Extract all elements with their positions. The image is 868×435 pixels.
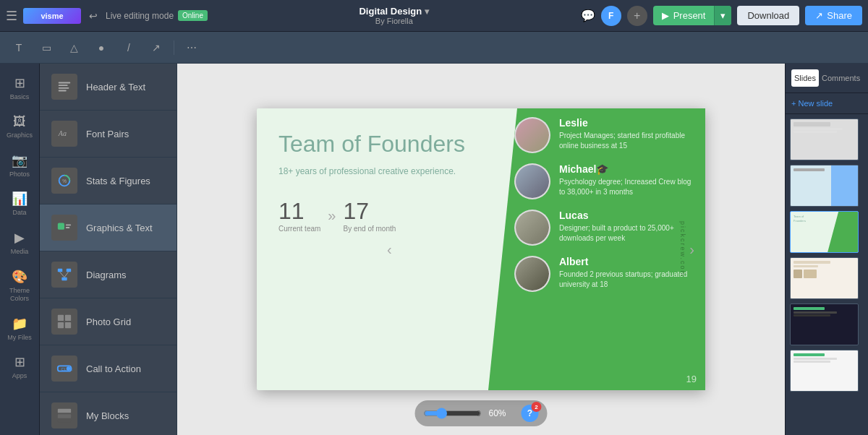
more-tools-button[interactable]: ⋯ xyxy=(182,38,202,58)
text-tool[interactable]: T xyxy=(9,38,29,58)
stat-2: 17 By end of month xyxy=(343,198,396,233)
rectangle-tool[interactable]: ▭ xyxy=(36,38,56,58)
editing-mode-indicator: Live editing mode Online xyxy=(106,10,208,21)
watermark: pickcrew.com xyxy=(679,221,686,277)
svg-text:Aa: Aa xyxy=(58,129,67,137)
person-avatar-leslie xyxy=(514,117,550,153)
slide-thumb-img-17 xyxy=(790,119,859,160)
svg-rect-18 xyxy=(65,322,71,328)
topbar: ☰ visme ↩ Live editing mode Online Digit… xyxy=(0,0,868,32)
zoom-slider[interactable] xyxy=(424,408,482,419)
slide-canvas[interactable]: Team of Founders 18+ years of profession… xyxy=(257,108,705,390)
graphics-icon: 🖼 xyxy=(13,114,26,129)
editing-mode-label: Live editing mode xyxy=(106,11,174,21)
present-dropdown-arrow[interactable]: ▾ xyxy=(714,6,731,25)
new-slide-button[interactable]: + New slide xyxy=(786,93,868,114)
svg-rect-17 xyxy=(58,322,64,328)
panel-item-photo-grid[interactable]: Photo Grid xyxy=(40,298,176,345)
prev-slide-arrow[interactable]: ‹ xyxy=(387,241,392,258)
sidebar-item-data[interactable]: 📊 Data xyxy=(1,185,38,223)
slide-thumb-img-20 xyxy=(790,257,859,299)
help-button[interactable]: ? 2 xyxy=(522,405,539,422)
svg-line-13 xyxy=(60,272,64,277)
canvas-area[interactable]: ‹ Team of Founders 18+ years of professi… xyxy=(177,64,785,435)
content-panel: Header & Text Aa Font Pairs % Stats & Fi… xyxy=(40,64,177,435)
my-files-icon: 📁 xyxy=(12,316,27,332)
sidebar-item-my-files[interactable]: 📁 My Files xyxy=(1,310,38,348)
logo: visme xyxy=(23,8,81,24)
circle-tool[interactable]: ● xyxy=(91,38,111,58)
person-row-lucas: Lucas Designer; built a product to 25,00… xyxy=(514,210,694,246)
sidebar-label-photos: Photos xyxy=(9,171,30,178)
slide-thumb-21[interactable]: 21 xyxy=(790,303,864,345)
panel-item-my-blocks[interactable]: My Blocks xyxy=(40,392,176,435)
slide-thumb-20[interactable]: 20 xyxy=(790,257,864,299)
panel-item-font-pairs[interactable]: Aa Font Pairs xyxy=(40,111,176,158)
comment-icon[interactable]: 💬 xyxy=(581,9,595,22)
slide-right-content: Leslie Project Manages; started first pr… xyxy=(488,108,705,390)
sidebar-label-basics: Basics xyxy=(10,93,30,101)
triangle-tool[interactable]: △ xyxy=(64,38,84,58)
stat-1-label: Current team xyxy=(278,225,320,233)
arrow-tool[interactable]: ↗ xyxy=(146,38,166,58)
tab-slides[interactable]: Slides xyxy=(791,69,819,87)
svg-rect-2 xyxy=(59,87,69,89)
person-row-leslie: Leslie Project Manages; started first pr… xyxy=(514,117,694,153)
avatar[interactable]: F xyxy=(601,6,621,26)
svg-rect-8 xyxy=(66,224,71,225)
svg-rect-0 xyxy=(59,82,71,84)
panel-label-header-text: Header & Text xyxy=(86,82,145,92)
sidebar-item-theme-colors[interactable]: 🎨 Theme Colors xyxy=(1,263,38,309)
svg-rect-10 xyxy=(58,269,62,272)
project-title[interactable]: Digital Design ▾ xyxy=(359,6,429,17)
person-desc-michael: Psychology degree; Increased Crew blog t… xyxy=(559,177,694,197)
svg-line-14 xyxy=(64,272,69,277)
share-button[interactable]: ↗ Share xyxy=(805,6,862,25)
panel-item-stats-figures[interactable]: % Stats & Figures xyxy=(40,158,176,204)
sidebar-label-media: Media xyxy=(11,248,29,256)
slide-thumb-18[interactable]: 18 xyxy=(790,165,864,207)
line-tool[interactable]: / xyxy=(119,38,139,58)
add-collaborator-button[interactable]: + xyxy=(627,6,647,26)
sidebar-item-photos[interactable]: 📷 Photos xyxy=(1,147,38,184)
svg-rect-23 xyxy=(58,414,71,418)
project-subtitle: By Fiorella xyxy=(375,17,413,25)
slide-thumb-img-21 xyxy=(790,303,859,345)
apps-icon: ⊞ xyxy=(14,354,25,370)
svg-rect-22 xyxy=(58,409,71,413)
present-button[interactable]: ▶ Present ▾ xyxy=(653,6,732,25)
notification-badge: 2 xyxy=(532,402,542,412)
menu-icon[interactable]: ☰ xyxy=(6,8,17,24)
undo-button[interactable]: ↩ xyxy=(87,8,100,24)
stats-figures-icon: % xyxy=(51,168,77,194)
panel-item-graphics-text[interactable]: Graphics & Text xyxy=(40,204,176,251)
person-avatar-lucas xyxy=(514,210,550,246)
svg-rect-24 xyxy=(58,420,71,423)
media-icon: ▶ xyxy=(14,230,25,246)
sidebar-item-graphics[interactable]: 🖼 Graphics xyxy=(1,108,38,145)
sidebar-item-basics[interactable]: ⊞ Basics xyxy=(1,69,38,107)
panel-item-call-to-action[interactable]: CLICK Call to Action xyxy=(40,345,176,392)
slide-thumb-22[interactable]: 22 xyxy=(790,350,864,392)
panel-label-call-to-action: Call to Action xyxy=(86,363,141,374)
photo-grid-icon xyxy=(51,309,77,335)
sidebar-item-media[interactable]: ▶ Media xyxy=(1,224,38,262)
stat-1-number: 11 xyxy=(278,198,320,225)
data-icon: 📊 xyxy=(12,191,27,207)
slide-thumb-17[interactable]: 17 xyxy=(790,119,864,160)
svg-point-21 xyxy=(67,366,71,371)
panel-label-photo-grid: Photo Grid xyxy=(86,316,131,327)
person-desc-albert: Founded 2 previous startups; graduated u… xyxy=(559,270,694,290)
graphics-text-icon xyxy=(51,215,77,241)
tab-comments[interactable]: Comments xyxy=(819,69,863,87)
download-button[interactable]: Download xyxy=(737,6,799,25)
photos-icon: 📷 xyxy=(12,152,27,168)
next-slide-arrow[interactable]: › xyxy=(689,241,694,258)
logo-image: visme xyxy=(23,8,81,24)
slide-thumb-19[interactable]: 19 Team of Founders xyxy=(790,211,864,253)
sidebar-label-data: Data xyxy=(12,209,26,217)
panel-item-header-text[interactable]: Header & Text xyxy=(40,64,176,111)
sidebar-item-apps[interactable]: ⊞ Apps xyxy=(1,348,38,386)
slide-subtitle: 18+ years of professional creative exper… xyxy=(278,166,503,176)
panel-item-diagrams[interactable]: Diagrams xyxy=(40,251,176,298)
